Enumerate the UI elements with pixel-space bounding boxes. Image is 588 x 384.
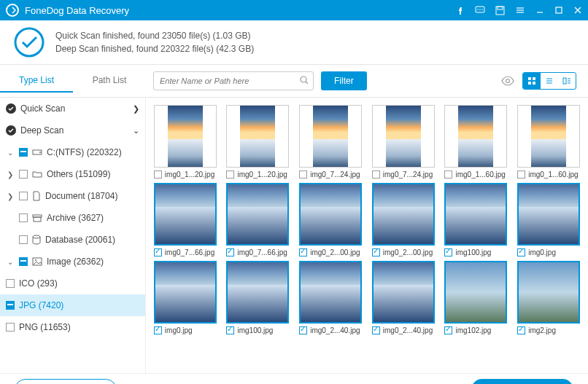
file-checkbox[interactable] [372,171,380,179]
minimize-icon[interactable] [535,6,544,15]
svg-point-34 [35,259,36,261]
sidebar-archive[interactable]: ❯ Archive (3627) [0,207,145,229]
view-list-icon[interactable] [541,73,558,89]
file-thumbnail[interactable]: img100.jpg [441,183,511,256]
archive-icon [32,213,42,222]
sidebar-drive[interactable]: ⌄ C:(NTFS) (220322) [0,141,145,163]
file-thumbnail[interactable]: img0_7...24.jpg [295,105,365,179]
file-thumbnail[interactable]: img0.jpg [150,261,220,334]
tab-path-list[interactable]: Path List [73,69,146,93]
thumbnail-image [155,184,215,244]
svg-rect-5 [498,7,503,9]
file-thumbnail[interactable]: img0_2...40.jpg [368,261,438,334]
file-name: img0_1...20.jpg [237,171,287,179]
file-checkbox[interactable] [154,326,162,334]
filter-button[interactable]: Filter [321,71,367,90]
file-thumbnail[interactable]: img100.jpg [223,261,293,334]
thumbnail-image [228,184,287,244]
checkbox[interactable] [19,235,28,244]
file-thumbnail[interactable]: img102.jpg [441,261,511,334]
svg-point-2 [479,9,481,10]
checkbox[interactable] [6,279,15,288]
file-checkbox[interactable] [444,326,452,334]
sidebar-others[interactable]: ❯ Others (151099) [0,163,145,185]
preview-icon[interactable] [500,76,515,86]
svg-point-1 [477,9,479,10]
recover-button[interactable]: Recover [471,379,573,385]
checkbox[interactable] [19,213,28,222]
view-detail-icon[interactable] [558,73,576,89]
sidebar-database[interactable]: ❯ Database (20061) [0,229,145,251]
file-checkbox[interactable] [299,171,307,179]
file-checkbox[interactable] [372,248,380,256]
save-icon[interactable] [495,6,505,15]
sidebar-jpg[interactable]: JPG (7420) [0,294,145,316]
file-thumbnail[interactable]: img0_2...40.jpg [295,261,365,334]
file-thumbnail[interactable]: img2.jpg [514,261,584,334]
file-name: img0_7...66.jpg [165,248,214,256]
sidebar-quick-scan[interactable]: Quick Scan ❯ [0,98,145,119]
file-thumbnail[interactable]: img0_2...00.jpg [368,183,438,256]
tab-type-list[interactable]: Type List [0,69,73,93]
sidebar-deep-scan[interactable]: Deep Scan ⌄ [0,119,145,141]
folder-icon [32,170,42,179]
checkbox[interactable] [19,192,28,200]
file-checkbox[interactable] [517,248,525,256]
search-input[interactable] [153,71,314,90]
file-name: img0.jpg [528,248,556,256]
file-checkbox[interactable] [372,326,380,334]
svg-rect-24 [563,78,566,84]
file-checkbox[interactable] [517,171,525,179]
sidebar-png[interactable]: PNG (11653) [0,316,145,338]
file-thumbnail[interactable]: img0_1...60.jpg [514,105,584,179]
checkbox[interactable] [6,301,15,310]
checkbox[interactable] [19,148,28,157]
file-name: img0_2...00.jpg [383,248,433,256]
file-thumbnail[interactable]: img0_7...66.jpg [150,183,220,256]
file-thumbnail[interactable]: img0_7...24.jpg [368,105,438,179]
maximize-icon[interactable] [554,6,563,15]
file-checkbox[interactable] [517,326,525,334]
file-checkbox[interactable] [226,171,234,179]
file-checkbox[interactable] [154,171,162,179]
svg-point-29 [39,152,41,153]
thumbnail-image [519,184,579,244]
file-thumbnail[interactable]: img0.jpg [514,183,584,256]
file-thumbnail[interactable]: img0_1...60.jpg [441,105,511,179]
file-thumbnail[interactable]: img0_2...00.jpg [295,183,365,256]
thumbnail-image [228,262,287,322]
file-checkbox[interactable] [226,248,234,256]
back-button[interactable]: Back [15,379,117,385]
sidebar-ico[interactable]: ICO (293) [0,273,145,294]
file-checkbox[interactable] [226,326,234,334]
menu-icon[interactable] [515,5,525,15]
svg-rect-10 [556,7,562,13]
feedback-icon[interactable] [475,5,485,15]
file-thumbnail[interactable]: img0_1...20.jpg [150,105,220,179]
checkbox[interactable] [19,257,28,266]
checkbox[interactable] [19,170,28,179]
file-checkbox[interactable] [299,326,307,334]
close-icon[interactable] [573,6,582,15]
file-checkbox[interactable] [444,171,452,179]
file-checkbox[interactable] [299,248,307,256]
svg-rect-18 [533,77,535,80]
quick-scan-status: Quick Scan finished, found 23050 file(s)… [55,31,254,41]
thumbnail-image [313,106,348,167]
app-logo-icon [6,4,19,17]
sidebar-document[interactable]: ❯ Document (18704) [0,185,145,207]
file-name: img0_7...24.jpg [383,171,433,179]
facebook-icon[interactable] [456,6,465,15]
checkbox[interactable] [6,323,15,332]
file-name: img0_1...60.jpg [528,171,578,179]
file-name: img2.jpg [528,326,556,334]
file-thumbnail[interactable]: img0_1...20.jpg [223,105,293,179]
file-checkbox[interactable] [154,248,162,256]
scan-complete-icon [13,26,45,58]
view-grid-icon[interactable] [523,73,541,89]
svg-point-13 [15,28,43,56]
sidebar-image[interactable]: ⌄ Image (26362) [0,251,145,273]
file-thumbnail[interactable]: img0_7...66.jpg [223,183,293,256]
file-checkbox[interactable] [444,248,452,256]
search-icon[interactable] [299,75,309,85]
